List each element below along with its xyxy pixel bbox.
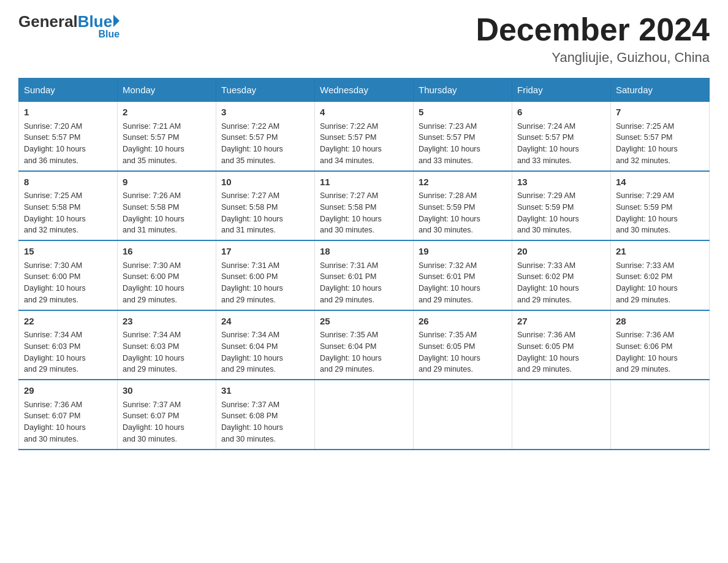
day-info: Sunrise: 7:33 AMSunset: 6:02 PMDaylight:… bbox=[616, 260, 704, 306]
calendar-cell: 24Sunrise: 7:34 AMSunset: 6:04 PMDayligh… bbox=[216, 310, 315, 380]
header-friday: Friday bbox=[512, 79, 611, 102]
calendar-table: SundayMondayTuesdayWednesdayThursdayFrid… bbox=[18, 78, 710, 450]
day-number: 18 bbox=[320, 245, 408, 259]
calendar-cell: 19Sunrise: 7:32 AMSunset: 6:01 PMDayligh… bbox=[414, 240, 512, 310]
day-info: Sunrise: 7:20 AMSunset: 5:57 PMDaylight:… bbox=[24, 121, 112, 167]
day-number: 4 bbox=[320, 105, 408, 120]
calendar-cell: 15Sunrise: 7:30 AMSunset: 6:00 PMDayligh… bbox=[19, 240, 118, 310]
day-info: Sunrise: 7:29 AMSunset: 5:59 PMDaylight:… bbox=[616, 190, 704, 236]
day-info: Sunrise: 7:36 AMSunset: 6:06 PMDaylight:… bbox=[616, 329, 704, 375]
calendar-week-row: 29Sunrise: 7:36 AMSunset: 6:07 PMDayligh… bbox=[19, 380, 710, 450]
day-number: 9 bbox=[123, 175, 211, 190]
day-info: Sunrise: 7:31 AMSunset: 6:01 PMDaylight:… bbox=[320, 260, 408, 306]
logo-underline: Blue bbox=[99, 29, 120, 40]
day-number: 24 bbox=[221, 315, 309, 329]
day-info: Sunrise: 7:25 AMSunset: 5:57 PMDaylight:… bbox=[616, 121, 704, 167]
day-info: Sunrise: 7:32 AMSunset: 6:01 PMDaylight:… bbox=[419, 260, 507, 306]
calendar-cell: 12Sunrise: 7:28 AMSunset: 5:59 PMDayligh… bbox=[414, 171, 512, 241]
day-number: 29 bbox=[24, 384, 112, 398]
calendar-cell: 11Sunrise: 7:27 AMSunset: 5:58 PMDayligh… bbox=[315, 171, 414, 241]
day-info: Sunrise: 7:30 AMSunset: 6:00 PMDaylight:… bbox=[24, 260, 112, 306]
day-info: Sunrise: 7:35 AMSunset: 6:04 PMDaylight:… bbox=[320, 329, 408, 375]
logo-general-text: General bbox=[18, 12, 78, 31]
day-info: Sunrise: 7:36 AMSunset: 6:05 PMDaylight:… bbox=[517, 329, 605, 375]
day-info: Sunrise: 7:29 AMSunset: 5:59 PMDaylight:… bbox=[517, 190, 605, 236]
day-number: 5 bbox=[419, 105, 507, 120]
calendar-cell bbox=[414, 380, 512, 450]
calendar-cell: 23Sunrise: 7:34 AMSunset: 6:03 PMDayligh… bbox=[118, 310, 216, 380]
day-number: 7 bbox=[616, 105, 704, 120]
header-sunday: Sunday bbox=[19, 79, 118, 102]
calendar-cell bbox=[512, 380, 611, 450]
day-number: 26 bbox=[419, 315, 507, 329]
day-number: 13 bbox=[517, 175, 605, 190]
day-info: Sunrise: 7:37 AMSunset: 6:07 PMDaylight:… bbox=[123, 399, 211, 445]
calendar-cell: 27Sunrise: 7:36 AMSunset: 6:05 PMDayligh… bbox=[512, 310, 611, 380]
calendar-cell: 14Sunrise: 7:29 AMSunset: 5:59 PMDayligh… bbox=[611, 171, 710, 241]
day-number: 30 bbox=[123, 384, 211, 398]
header-thursday: Thursday bbox=[414, 79, 512, 102]
day-info: Sunrise: 7:23 AMSunset: 5:57 PMDaylight:… bbox=[419, 121, 507, 167]
month-title: December 2024 bbox=[476, 12, 710, 47]
day-number: 14 bbox=[616, 175, 704, 190]
day-number: 11 bbox=[320, 175, 408, 190]
day-info: Sunrise: 7:22 AMSunset: 5:57 PMDaylight:… bbox=[221, 121, 309, 167]
day-number: 31 bbox=[221, 384, 309, 398]
day-info: Sunrise: 7:26 AMSunset: 5:58 PMDaylight:… bbox=[123, 190, 211, 236]
day-number: 12 bbox=[419, 175, 507, 190]
calendar-cell: 18Sunrise: 7:31 AMSunset: 6:01 PMDayligh… bbox=[315, 240, 414, 310]
day-info: Sunrise: 7:36 AMSunset: 6:07 PMDaylight:… bbox=[24, 399, 112, 445]
calendar-cell: 7Sunrise: 7:25 AMSunset: 5:57 PMDaylight… bbox=[611, 102, 710, 171]
location-subtitle: Yangliujie, Guizhou, China bbox=[476, 50, 710, 66]
calendar-cell: 17Sunrise: 7:31 AMSunset: 6:00 PMDayligh… bbox=[216, 240, 315, 310]
logo: General Blue Blue bbox=[18, 12, 119, 40]
day-number: 22 bbox=[24, 315, 112, 329]
calendar-cell: 10Sunrise: 7:27 AMSunset: 5:58 PMDayligh… bbox=[216, 171, 315, 241]
day-number: 2 bbox=[123, 105, 211, 120]
calendar-cell: 3Sunrise: 7:22 AMSunset: 5:57 PMDaylight… bbox=[216, 102, 315, 171]
day-number: 16 bbox=[123, 245, 211, 259]
day-number: 17 bbox=[221, 245, 309, 259]
day-number: 15 bbox=[24, 245, 112, 259]
day-info: Sunrise: 7:34 AMSunset: 6:04 PMDaylight:… bbox=[221, 329, 309, 375]
calendar-cell: 2Sunrise: 7:21 AMSunset: 5:57 PMDaylight… bbox=[118, 102, 216, 171]
day-info: Sunrise: 7:34 AMSunset: 6:03 PMDaylight:… bbox=[123, 329, 211, 375]
calendar-cell: 8Sunrise: 7:25 AMSunset: 5:58 PMDaylight… bbox=[19, 171, 118, 241]
day-info: Sunrise: 7:30 AMSunset: 6:00 PMDaylight:… bbox=[123, 260, 211, 306]
day-number: 8 bbox=[24, 175, 112, 190]
day-number: 6 bbox=[517, 105, 605, 120]
calendar-cell: 30Sunrise: 7:37 AMSunset: 6:07 PMDayligh… bbox=[118, 380, 216, 450]
calendar-header-row: SundayMondayTuesdayWednesdayThursdayFrid… bbox=[19, 79, 710, 102]
day-number: 23 bbox=[123, 315, 211, 329]
calendar-cell: 28Sunrise: 7:36 AMSunset: 6:06 PMDayligh… bbox=[611, 310, 710, 380]
day-number: 28 bbox=[616, 315, 704, 329]
calendar-cell: 26Sunrise: 7:35 AMSunset: 6:05 PMDayligh… bbox=[414, 310, 512, 380]
calendar-week-row: 8Sunrise: 7:25 AMSunset: 5:58 PMDaylight… bbox=[19, 171, 710, 241]
calendar-cell: 16Sunrise: 7:30 AMSunset: 6:00 PMDayligh… bbox=[118, 240, 216, 310]
calendar-week-row: 22Sunrise: 7:34 AMSunset: 6:03 PMDayligh… bbox=[19, 310, 710, 380]
calendar-cell: 29Sunrise: 7:36 AMSunset: 6:07 PMDayligh… bbox=[19, 380, 118, 450]
calendar-week-row: 1Sunrise: 7:20 AMSunset: 5:57 PMDaylight… bbox=[19, 102, 710, 171]
day-info: Sunrise: 7:25 AMSunset: 5:58 PMDaylight:… bbox=[24, 190, 112, 236]
day-number: 1 bbox=[24, 105, 112, 120]
header-tuesday: Tuesday bbox=[216, 79, 315, 102]
calendar-cell bbox=[611, 380, 710, 450]
day-number: 3 bbox=[221, 105, 309, 120]
day-info: Sunrise: 7:27 AMSunset: 5:58 PMDaylight:… bbox=[320, 190, 408, 236]
day-number: 21 bbox=[616, 245, 704, 259]
page-header: General Blue Blue December 2024 Yangliuj… bbox=[18, 12, 710, 66]
calendar-cell bbox=[315, 380, 414, 450]
calendar-cell: 1Sunrise: 7:20 AMSunset: 5:57 PMDaylight… bbox=[19, 102, 118, 171]
day-info: Sunrise: 7:35 AMSunset: 6:05 PMDaylight:… bbox=[419, 329, 507, 375]
calendar-cell: 25Sunrise: 7:35 AMSunset: 6:04 PMDayligh… bbox=[315, 310, 414, 380]
day-info: Sunrise: 7:31 AMSunset: 6:00 PMDaylight:… bbox=[221, 260, 309, 306]
day-info: Sunrise: 7:24 AMSunset: 5:57 PMDaylight:… bbox=[517, 121, 605, 167]
header-saturday: Saturday bbox=[611, 79, 710, 102]
header-monday: Monday bbox=[118, 79, 216, 102]
calendar-cell: 21Sunrise: 7:33 AMSunset: 6:02 PMDayligh… bbox=[611, 240, 710, 310]
calendar-cell: 4Sunrise: 7:22 AMSunset: 5:57 PMDaylight… bbox=[315, 102, 414, 171]
calendar-cell: 9Sunrise: 7:26 AMSunset: 5:58 PMDaylight… bbox=[118, 171, 216, 241]
day-info: Sunrise: 7:33 AMSunset: 6:02 PMDaylight:… bbox=[517, 260, 605, 306]
day-number: 25 bbox=[320, 315, 408, 329]
calendar-cell: 31Sunrise: 7:37 AMSunset: 6:08 PMDayligh… bbox=[216, 380, 315, 450]
